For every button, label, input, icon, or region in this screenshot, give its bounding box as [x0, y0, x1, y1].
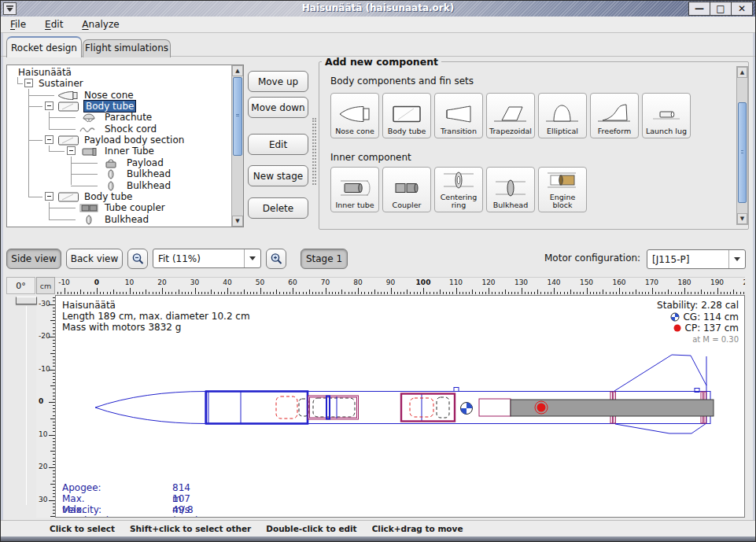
- ruler-tick: [234, 292, 234, 294]
- tree-expand-toggle[interactable]: [45, 192, 53, 201]
- ruler-tick: [548, 292, 548, 294]
- add-freeform-button[interactable]: Freeform: [590, 93, 639, 138]
- ruler-tick: [341, 289, 342, 294]
- ruler-label: -10: [39, 365, 50, 373]
- split-divider-handle[interactable]: [312, 118, 316, 185]
- ruler-tick: [214, 292, 215, 294]
- edit-button[interactable]: Edit: [248, 134, 308, 155]
- tree-item-tube-coupler[interactable]: Tube coupler: [7, 202, 231, 213]
- maximize-button[interactable]: □: [710, 2, 732, 16]
- back-view-button[interactable]: Back view: [66, 249, 123, 269]
- tree-item-nose-cone[interactable]: Nose cone: [7, 90, 231, 101]
- add-transition-button[interactable]: Transition: [434, 93, 483, 138]
- add-coupler-button[interactable]: Coupler: [382, 167, 431, 212]
- tree-item-payload[interactable]: Payload: [7, 157, 231, 168]
- window-controls: —□✕: [689, 2, 753, 16]
- tree-expand-toggle[interactable]: [24, 79, 33, 87]
- stage-1-toggle[interactable]: Stage 1: [301, 249, 348, 269]
- ruler-tick: [264, 292, 264, 294]
- component-scrollbar-thumb[interactable]: [738, 102, 747, 203]
- tree-item-bulkhead[interactable]: Bulkhead: [7, 214, 231, 225]
- motor-configuration-combo[interactable]: [J115-P]: [647, 249, 746, 269]
- menu-file[interactable]: File: [10, 19, 26, 30]
- ruler-tick: [534, 292, 535, 294]
- horizontal-ruler: -100102030405060708090100110120130140150…: [55, 277, 745, 294]
- ruler-tick: [221, 292, 222, 294]
- tree-item-label: Payload: [127, 157, 164, 168]
- add-launch-lug-button[interactable]: Launch lug: [642, 93, 691, 138]
- delete-button[interactable]: Delete: [248, 197, 308, 219]
- ruler-label: 140: [547, 278, 560, 286]
- move-down-button[interactable]: Move down: [248, 97, 308, 118]
- add-elliptical-button[interactable]: Elliptical: [538, 93, 587, 138]
- ruler-tick: [698, 292, 699, 294]
- ruler-tick: [335, 292, 336, 294]
- zoom-out-button[interactable]: [127, 249, 148, 269]
- side-view-button[interactable]: Side view: [6, 249, 61, 269]
- ruler-tick: [508, 292, 509, 294]
- add-bulkhead-button[interactable]: Bulkhead: [486, 167, 535, 212]
- close-button[interactable]: ✕: [731, 2, 753, 16]
- tree-item-inner-tube[interactable]: Inner Tube: [7, 146, 231, 157]
- add-trapezoidal-button[interactable]: Trapezoidal: [486, 93, 535, 138]
- scroll-down-icon[interactable]: ▼: [232, 216, 243, 227]
- scroll-down-icon[interactable]: ▼: [737, 213, 747, 224]
- menu-edit[interactable]: Edit: [45, 19, 63, 30]
- component-tree[interactable]: HaisunäätäSustainerNose coneBody tubePar…: [7, 65, 231, 227]
- scroll-up-icon[interactable]: ▲: [232, 65, 243, 76]
- tree-scrollbar[interactable]: ▲ ▼: [231, 65, 243, 227]
- ruler-tick: [629, 292, 630, 294]
- ruler-tick: [665, 292, 666, 294]
- tree-item-payload-body-section[interactable]: Payload body section: [7, 135, 231, 146]
- ruler-tick: [525, 292, 526, 294]
- ruler-tick: [544, 292, 545, 294]
- tree-item-haisunäätä[interactable]: Haisunäätä: [7, 67, 231, 78]
- zoom-in-button[interactable]: [266, 249, 286, 269]
- rotation-slider-handle[interactable]: [16, 297, 37, 304]
- ruler-tick: [139, 292, 140, 294]
- ruler-tick: [107, 292, 108, 294]
- add-centering-ring-button[interactable]: Centering ring: [434, 167, 483, 212]
- title-bar[interactable]: Haisunäätä (haisunaata.ork) —□✕: [1, 1, 755, 17]
- tree-expand-toggle[interactable]: [45, 101, 53, 110]
- ruler-tick: [185, 292, 186, 294]
- tree-item-sustainer[interactable]: Sustainer: [7, 78, 231, 89]
- tree-expand-toggle[interactable]: [45, 135, 53, 144]
- ruler-label: 120: [481, 278, 495, 286]
- tree-item-body-tube[interactable]: Body tube: [7, 191, 231, 202]
- add-body-tube-button[interactable]: Body tube: [382, 93, 431, 138]
- ruler-tick: [485, 292, 486, 294]
- tree-expand-toggle[interactable]: [67, 146, 76, 155]
- ruler-tick: [156, 292, 157, 294]
- component-scrollbar[interactable]: ▲ ▼: [736, 66, 748, 225]
- tree-item-body-tube[interactable]: Body tube: [7, 101, 231, 112]
- ruler-tick: [387, 292, 388, 294]
- tree-item-bulkhead[interactable]: Bulkhead: [7, 180, 231, 191]
- tree-item-parachute[interactable]: Parachute: [7, 112, 231, 123]
- menu-analyze[interactable]: Analyze: [82, 19, 119, 30]
- new-stage-button[interactable]: New stage: [248, 165, 308, 186]
- ruler-tick: [165, 292, 166, 294]
- add-inner-tube-button[interactable]: Inner tube: [330, 167, 379, 212]
- component-button-label: Engine block: [540, 194, 585, 210]
- ruler-tick: [238, 292, 238, 294]
- tab-flight-simulations[interactable]: Flight simulations: [83, 39, 171, 57]
- tree-scrollbar-thumb[interactable]: [233, 77, 242, 156]
- ruler-tick: [329, 292, 330, 294]
- tab-rocket-design[interactable]: Rocket design: [6, 36, 82, 57]
- move-up-button[interactable]: Move up: [248, 71, 308, 92]
- rocket-canvas[interactable]: Haisunäätä Length 189 cm, max. diameter …: [55, 295, 745, 518]
- add-nose-cone-button[interactable]: Nose cone: [330, 93, 379, 138]
- ruler-tick: [570, 289, 571, 294]
- scroll-up-icon[interactable]: ▲: [737, 67, 747, 78]
- rotation-slider[interactable]: [6, 295, 35, 518]
- ruler-tick: [567, 292, 568, 294]
- add-engine-block-button[interactable]: Engine block: [538, 167, 587, 212]
- zoom-combo[interactable]: Fit (11%): [153, 249, 261, 268]
- tree-item-shock-cord[interactable]: Shock cord: [7, 124, 231, 135]
- tree-item-bulkhead[interactable]: Bulkhead: [7, 168, 231, 179]
- minimize-button[interactable]: —: [688, 2, 710, 16]
- ruler-tick: [456, 288, 457, 294]
- ruler-tick: [195, 288, 196, 294]
- ruler-tick: [619, 288, 620, 294]
